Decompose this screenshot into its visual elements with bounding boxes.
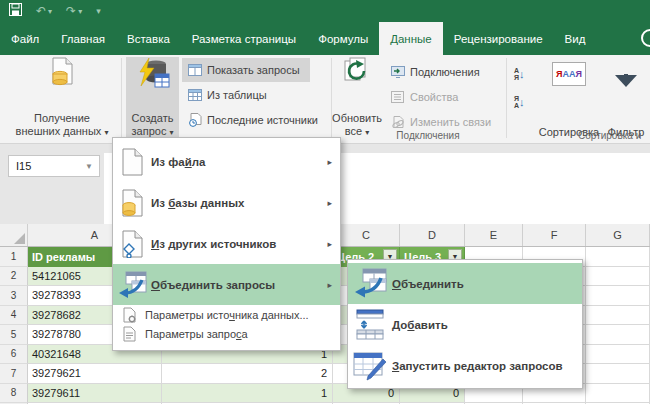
select-all-triangle-icon [14, 233, 25, 244]
properties-button[interactable]: Свойства [385, 85, 497, 109]
sort-dialog-icon: ЯА АЯ [552, 62, 586, 86]
tab-insert[interactable]: Вставка [116, 22, 181, 55]
dropdown-caret-icon: ▾ [169, 128, 173, 137]
connections-icon [389, 66, 406, 78]
row-header[interactable]: 5 [0, 325, 28, 345]
menu-item-data-source-settings[interactable]: Параметры источника данных... [113, 305, 340, 324]
merge-icon [348, 268, 392, 299]
row-header[interactable]: 6 [0, 345, 28, 365]
column-header-g[interactable]: G [586, 224, 650, 246]
properties-icon [389, 91, 406, 103]
redo-icon[interactable]: ↷ [66, 0, 76, 22]
queries-pane-icon [186, 64, 203, 76]
tab-view[interactable]: Вид [554, 22, 597, 55]
sort-dialog-button[interactable]: ЯА АЯ Сортировка [545, 57, 593, 139]
source-settings-icon [113, 307, 145, 323]
ribbon-tab-bar: Файл Главная Вставка Разметка страницы Ф… [0, 22, 650, 55]
select-all-button[interactable] [0, 224, 28, 246]
query-editor-icon [348, 351, 392, 381]
from-table-button[interactable]: Из таблицы [182, 83, 310, 107]
column-header-d[interactable]: D [400, 224, 465, 246]
tab-home[interactable]: Главная [50, 22, 116, 55]
row-header[interactable]: 1 [0, 247, 28, 267]
submenu-item-launch-query-editor[interactable]: Запустить редактор запросов [348, 345, 582, 386]
group-separator [506, 58, 507, 138]
row-header[interactable]: 3 [0, 286, 28, 306]
cell-b8[interactable]: 1 [162, 384, 333, 404]
cell-g8[interactable] [586, 384, 650, 404]
redo-caret-icon[interactable]: ▾ [78, 7, 82, 16]
new-query-menu: Из файла ▸ Из базы данных ▸ [112, 137, 341, 351]
sort-ascending-button[interactable]: АЯ ↓ [510, 62, 544, 86]
group-label-connections: Подключения [388, 130, 468, 141]
tab-file[interactable]: Файл [0, 22, 50, 55]
column-header-e[interactable]: E [465, 224, 523, 246]
cell-g2[interactable] [586, 267, 650, 287]
external-data-icon [48, 57, 76, 91]
group-label-sort-filter: Сортировка и [578, 130, 641, 141]
row-header[interactable]: 7 [0, 364, 28, 384]
ribbon: Получение внешних данных ▾ Создать з [0, 55, 650, 144]
submenu-arrow-icon: ▸ [327, 157, 332, 167]
down-arrow-icon: ↓ [519, 97, 525, 107]
table-icon [186, 89, 203, 101]
cell-g3[interactable] [586, 286, 650, 306]
menu-item-from-other-sources[interactable]: Из других источников ▸ [113, 223, 340, 264]
cell-a8[interactable]: 39279611 [28, 384, 162, 404]
down-arrow-icon: ↓ [519, 69, 525, 79]
power-query-icon [136, 57, 170, 93]
row-header[interactable]: 4 [0, 306, 28, 326]
connections-button[interactable]: Подключения [385, 60, 497, 84]
database-file-icon [113, 189, 151, 217]
menu-item-combine-queries[interactable]: Объединить запросы ▸ [113, 264, 340, 305]
tab-page-layout[interactable]: Разметка страницы [181, 22, 307, 55]
recent-sources-icon [186, 113, 203, 127]
name-box[interactable]: I15 ▼ [8, 155, 100, 177]
dropdown-caret-icon: ▾ [365, 128, 369, 137]
sort-descending-button[interactable]: ЯА ↓ [510, 90, 544, 114]
cell-g1[interactable] [586, 247, 650, 267]
tab-formulas[interactable]: Формулы [307, 22, 379, 55]
dropdown-caret-icon: ▾ [104, 128, 108, 137]
merge-queries-icon [113, 271, 151, 299]
combine-queries-submenu: Объединить Добавить [347, 259, 583, 389]
refresh-all-button[interactable]: Обновить все ▾ [334, 57, 380, 139]
submenu-arrow-icon: ▸ [327, 198, 332, 208]
column-header-f[interactable]: F [523, 224, 586, 246]
save-icon[interactable] [9, 2, 22, 20]
tab-data[interactable]: Данные [379, 22, 443, 55]
account-icon[interactable] [641, 29, 650, 47]
cell-a7[interactable]: 39279621 [28, 364, 162, 384]
other-sources-icon [113, 230, 151, 258]
customize-qat-icon[interactable]: ▾ [96, 0, 101, 22]
name-box-dropdown-icon[interactable]: ▼ [85, 162, 93, 171]
filter-funnel-icon [615, 75, 637, 87]
append-icon [348, 309, 392, 340]
cell-g7[interactable] [586, 364, 650, 384]
undo-icon[interactable]: ↶ [36, 0, 46, 22]
file-icon [113, 148, 151, 176]
recent-sources-button[interactable]: Последние источники [182, 108, 330, 132]
menu-item-from-database[interactable]: Из базы данных ▸ [113, 182, 340, 223]
excel-window: ↶▾ ↷▾ ▾ Файл Главная Вставка Разметка ст… [0, 0, 650, 404]
column-header-c[interactable]: C [333, 224, 400, 246]
filter-button[interactable]: Фильтр [602, 57, 650, 139]
submenu-item-merge[interactable]: Объединить [348, 263, 582, 304]
show-queries-button[interactable]: Показать запросы [182, 58, 310, 82]
cell-b7[interactable]: 2 [162, 364, 333, 384]
query-options-icon [113, 326, 145, 342]
cell-g4[interactable] [586, 306, 650, 326]
undo-caret-icon[interactable]: ▾ [48, 7, 52, 16]
get-external-data-button[interactable]: Получение внешних данных ▾ [14, 57, 110, 139]
submenu-item-append[interactable]: Добавить [348, 304, 582, 345]
menu-item-query-options[interactable]: Параметры запроса [113, 324, 340, 343]
tab-review[interactable]: Рецензирование [443, 22, 554, 55]
cell-g6[interactable] [586, 345, 650, 365]
group-separator [121, 58, 122, 138]
cell-g5[interactable] [586, 325, 650, 345]
row-header[interactable]: 2 [0, 267, 28, 287]
row-header[interactable]: 8 [0, 384, 28, 404]
new-query-button[interactable]: Создать запрос ▾ [126, 57, 179, 139]
refresh-icon [343, 57, 371, 91]
menu-item-from-file[interactable]: Из файла ▸ [113, 141, 340, 182]
